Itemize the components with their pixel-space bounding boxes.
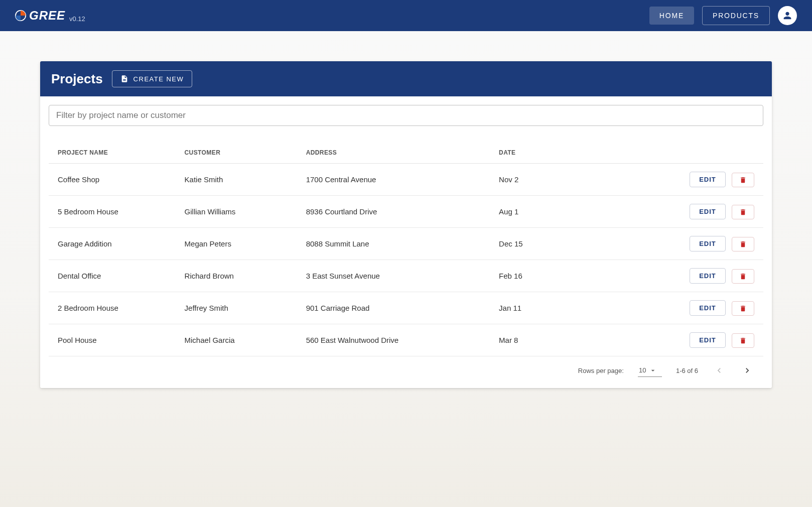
cell-customer: Jeffrey Smith	[185, 292, 306, 324]
cell-date: Feb 16	[499, 260, 606, 292]
edit-button[interactable]: EDIT	[690, 172, 726, 187]
cell-actions: EDIT	[606, 228, 763, 260]
cell-address: 8936 Courtland Drive	[306, 196, 499, 228]
trash-icon	[739, 305, 747, 312]
delete-button[interactable]	[732, 333, 754, 348]
header-customer: CUSTOMER	[185, 142, 306, 164]
trash-icon	[739, 337, 747, 344]
cell-date: Jan 11	[499, 292, 606, 324]
cell-date: Dec 15	[499, 228, 606, 260]
cell-customer: Gillian Williams	[185, 196, 306, 228]
projects-table: PROJECT NAME CUSTOMER ADDRESS DATE Coffe…	[49, 142, 763, 356]
table-row: Pool House Michael Garcia 560 East Walnu…	[49, 324, 763, 356]
cell-date: Aug 1	[499, 196, 606, 228]
edit-button[interactable]: EDIT	[690, 236, 726, 251]
delete-button[interactable]	[732, 173, 754, 187]
header-actions	[606, 142, 763, 164]
delete-button[interactable]	[732, 269, 754, 284]
nav-right: HOME PRODUCTS	[649, 6, 797, 25]
document-icon	[120, 75, 128, 83]
rows-per-page-value: 10	[639, 366, 646, 374]
account-button[interactable]	[778, 6, 797, 25]
cell-actions: EDIT	[606, 324, 763, 356]
header-project-name: PROJECT NAME	[49, 142, 185, 164]
cell-actions: EDIT	[606, 260, 763, 292]
rows-per-page-select[interactable]: 10	[638, 364, 662, 377]
edit-button[interactable]: EDIT	[690, 332, 726, 348]
chevron-right-icon	[742, 365, 752, 375]
cell-address: 901 Carriage Road	[306, 292, 499, 324]
page-title: Projects	[51, 71, 103, 87]
table-row: Coffee Shop Katie Smith 1700 Central Ave…	[49, 164, 763, 196]
brand: GREE v0.12	[15, 9, 85, 23]
delete-button[interactable]	[732, 301, 754, 316]
table-footer: Rows per page: 10 1-6 of 6	[49, 356, 763, 379]
cell-address: 3 East Sunset Avenue	[306, 260, 499, 292]
cell-project-name: Garage Addition	[49, 228, 185, 260]
brand-name: GREE	[29, 9, 65, 23]
table-row: 5 Bedroom House Gillian Williams 8936 Co…	[49, 196, 763, 228]
chevron-left-icon	[714, 365, 724, 375]
cell-project-name: Pool House	[49, 324, 185, 356]
table-row: 2 Bedroom House Jeffrey Smith 901 Carria…	[49, 292, 763, 324]
cell-project-name: 2 Bedroom House	[49, 292, 185, 324]
version-label: v0.12	[69, 15, 85, 23]
cell-address: 1700 Central Avenue	[306, 164, 499, 196]
next-page-button[interactable]	[740, 363, 754, 377]
cell-customer: Richard Brown	[185, 260, 306, 292]
cell-project-name: 5 Bedroom House	[49, 196, 185, 228]
header-address: ADDRESS	[306, 142, 499, 164]
nav-home-button[interactable]: HOME	[649, 7, 694, 25]
cell-actions: EDIT	[606, 164, 763, 196]
cell-address: 560 East Walnutwood Drive	[306, 324, 499, 356]
create-new-button[interactable]: CREATE NEW	[112, 70, 193, 87]
cell-address: 8088 Summit Lane	[306, 228, 499, 260]
filter-input[interactable]	[49, 105, 763, 126]
rows-per-page-label: Rows per page:	[578, 367, 624, 374]
cell-customer: Michael Garcia	[185, 324, 306, 356]
edit-button[interactable]: EDIT	[690, 204, 726, 219]
prev-page-button[interactable]	[712, 363, 726, 377]
table-header-row: PROJECT NAME CUSTOMER ADDRESS DATE	[49, 142, 763, 164]
cell-actions: EDIT	[606, 196, 763, 228]
header-date: DATE	[499, 142, 606, 164]
create-new-label: CREATE NEW	[133, 75, 184, 83]
card-body: PROJECT NAME CUSTOMER ADDRESS DATE Coffe…	[40, 96, 772, 388]
trash-icon	[739, 176, 747, 184]
brand-logo: GREE	[15, 9, 65, 23]
delete-button[interactable]	[732, 205, 754, 219]
content: Projects CREATE NEW PROJECT NAME CUSTOME…	[0, 31, 812, 418]
trash-icon	[739, 273, 747, 280]
pagination-range: 1-6 of 6	[676, 367, 698, 374]
cell-customer: Katie Smith	[185, 164, 306, 196]
person-icon	[782, 10, 793, 21]
brand-mark-icon	[15, 10, 26, 21]
projects-card: Projects CREATE NEW PROJECT NAME CUSTOME…	[40, 61, 772, 388]
edit-button[interactable]: EDIT	[690, 300, 726, 316]
nav-products-button[interactable]: PRODUCTS	[702, 6, 770, 25]
dropdown-icon	[649, 366, 657, 374]
cell-project-name: Dental Office	[49, 260, 185, 292]
cell-customer: Megan Peters	[185, 228, 306, 260]
trash-icon	[739, 240, 747, 248]
cell-actions: EDIT	[606, 292, 763, 324]
table-row: Dental Office Richard Brown 3 East Sunse…	[49, 260, 763, 292]
trash-icon	[739, 208, 747, 216]
cell-project-name: Coffee Shop	[49, 164, 185, 196]
cell-date: Mar 8	[499, 324, 606, 356]
delete-button[interactable]	[732, 237, 754, 251]
card-header: Projects CREATE NEW	[40, 61, 772, 96]
edit-button[interactable]: EDIT	[690, 268, 726, 284]
table-row: Garage Addition Megan Peters 8088 Summit…	[49, 228, 763, 260]
cell-date: Nov 2	[499, 164, 606, 196]
top-nav: GREE v0.12 HOME PRODUCTS	[0, 0, 812, 31]
